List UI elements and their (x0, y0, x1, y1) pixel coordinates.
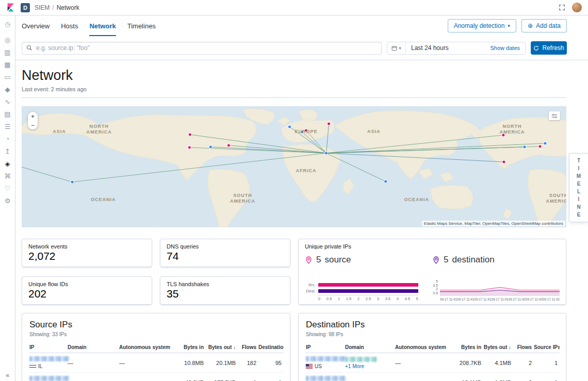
map-marker-pink[interactable] (188, 133, 191, 136)
map-marker-blue[interactable] (71, 180, 74, 184)
column-header-bytes-out[interactable]: Bytes out ↓ (483, 342, 513, 353)
ip-tables: Source IPs Showing: 33 IPs IPDomainAuton… (22, 313, 566, 381)
column-header-domain[interactable]: Domain (345, 342, 395, 353)
stat-value: 74 (167, 250, 284, 262)
redacted-ip-link[interactable] (306, 356, 346, 361)
redacted-ip-link[interactable] (306, 376, 346, 381)
show-dates-link[interactable]: Show dates (485, 45, 525, 51)
map-marker-blue[interactable] (544, 142, 547, 145)
column-header-source-ips[interactable]: Source IPs (534, 342, 560, 353)
column-header-bytes-in[interactable]: Bytes in (454, 342, 483, 353)
date-range-label[interactable]: Last 24 hours (406, 44, 485, 52)
table-cell: 1 (534, 373, 560, 381)
map-marker-pink[interactable] (227, 144, 230, 147)
destination-ips-card: Destination IPs Showing: 98 IPs IPDomain… (298, 313, 566, 381)
destination_ips_table-head: IPDomainAutonomous systemBytes inBytes o… (306, 342, 560, 353)
map-continent-label: EUROPE (295, 129, 318, 134)
table-cell: 977.5KB (206, 373, 238, 381)
destination-label: destination (452, 255, 494, 265)
space-badge[interactable]: D (21, 3, 30, 12)
table-row: US—18.1MB1.3MB21 (306, 373, 560, 381)
bar-src (318, 283, 418, 287)
tab-overview[interactable]: Overview (22, 15, 50, 36)
table-cell: 1 (534, 353, 560, 373)
recently-viewed-icon[interactable]: ◷ (2, 18, 14, 30)
fullscreen-icon[interactable] (559, 4, 565, 11)
column-header-bytes-in[interactable]: Bytes in (176, 342, 206, 353)
refresh-button[interactable]: Refresh (531, 41, 567, 55)
column-header-ip[interactable]: IP (306, 342, 345, 353)
maps-icon[interactable]: ◆ (2, 83, 14, 95)
map-overlay-svg: ASIANORTHAMERICAEUROPEASIANORTHAMERICAAF… (22, 106, 566, 227)
column-header-autonomous-system[interactable]: Autonomous system (395, 342, 454, 353)
management-icon[interactable]: ⚙ (2, 194, 14, 207)
column-header-flows[interactable]: Flows (513, 342, 534, 353)
stack-monitoring-icon[interactable]: ♡ (2, 182, 14, 194)
collapse-icon[interactable]: « (2, 369, 14, 381)
redacted-domain-link[interactable] (345, 357, 377, 362)
search-input[interactable] (36, 44, 377, 52)
user-avatar[interactable] (572, 3, 582, 12)
redacted-ip-link[interactable] (29, 376, 70, 381)
redacted-ip-link[interactable] (29, 356, 70, 361)
map-continent-label: SOUTHAMERICA (546, 193, 566, 204)
calendar-button[interactable]: ▾ (387, 42, 406, 54)
map-marker-blue[interactable] (384, 180, 387, 183)
network-map[interactable]: ASIANORTHAMERICAEUROPEASIANORTHAMERICAAF… (22, 106, 566, 227)
table-title: Destination IPs (306, 320, 559, 330)
timeline-flyout-toggle[interactable]: TIMELINE (569, 153, 588, 222)
kibana-logo-icon[interactable] (6, 3, 15, 12)
column-header-destination-ips[interactable]: Destination IPs (258, 342, 284, 353)
map-marker-blue[interactable] (325, 152, 328, 155)
breadcrumb-separator: / (52, 4, 54, 11)
discover-icon[interactable]: ◎ (2, 34, 14, 46)
map-marker-blue[interactable] (523, 145, 526, 148)
infrastructure-icon[interactable]: ▤ (2, 108, 14, 120)
bar-dest (318, 289, 418, 293)
app-rail: ◷◎▥▦▭◆∿▤☰◔↥◈⌘♡⚙ « (0, 15, 15, 381)
dashboard-icon[interactable]: ▦ (2, 58, 14, 71)
map-marker-blue[interactable] (288, 125, 291, 128)
timeline-label-letter: E (577, 211, 581, 219)
area-x-axis: 09-17 11:4109-17 11:4109-17 11:4109-17 1… (440, 297, 560, 301)
column-header-bytes-out[interactable]: Bytes out ↓ (206, 342, 238, 353)
area-main: 09-17 11:4109-17 11:4109-17 11:4109-17 1… (440, 281, 560, 301)
uptime-icon[interactable]: ↥ (2, 145, 14, 157)
visualize-icon[interactable]: ▥ (2, 46, 14, 58)
timeline-label-letter: I (578, 195, 580, 203)
map-marker-blue[interactable] (209, 145, 212, 148)
map-marker-pink[interactable] (188, 146, 191, 149)
map-continent-label: OCEANIA (404, 197, 429, 202)
add-data-button[interactable]: ⊕ Add data (521, 19, 567, 32)
zoom-in-button[interactable]: + (28, 112, 38, 121)
destination-count: 5 (444, 255, 448, 265)
siem-icon[interactable]: ◈ (2, 157, 14, 170)
map-marker-pink[interactable] (538, 145, 542, 148)
column-header-flows[interactable]: Flows (238, 342, 258, 353)
canvas-icon[interactable]: ▭ (2, 71, 14, 83)
map-marker-pink[interactable] (328, 122, 331, 125)
tab-network[interactable]: Network (89, 15, 116, 36)
table-cell: 10.8MB (176, 353, 206, 373)
tab-timelines[interactable]: Timelines (127, 15, 156, 36)
more-domains-link[interactable]: +1 More (345, 363, 393, 369)
logs-icon[interactable]: ☰ (2, 120, 14, 132)
table-cell: 1 (238, 373, 258, 381)
bar-row: Src. (305, 283, 418, 287)
dev-tools-icon[interactable]: ⌘ (2, 170, 14, 182)
map-settings-button[interactable] (549, 111, 560, 120)
map-marker-pink[interactable] (502, 160, 505, 163)
search-box (22, 42, 382, 55)
tab-hosts[interactable]: Hosts (61, 15, 78, 36)
column-header-ip[interactable]: IP (29, 342, 68, 353)
column-header-domain[interactable]: Domain (68, 342, 119, 353)
anomaly-detection-button[interactable]: Anomaly detection ▾ (448, 19, 516, 32)
column-header-autonomous-system[interactable]: Autonomous system (119, 342, 176, 353)
breadcrumb-app[interactable]: SIEM (35, 4, 50, 11)
nav-tabs: OverviewHostsNetworkTimelines (22, 15, 167, 36)
map-continent-label: NORTHAMERICA (87, 124, 112, 135)
unique-ips-charts: Src.Dest. 00.511.522.533.544.55 53.520.5… (305, 279, 560, 301)
apm-icon[interactable]: ◔ (2, 132, 14, 145)
map-continent-label: OCEANIA (91, 197, 116, 202)
machine-learning-icon[interactable]: ∿ (2, 95, 14, 108)
